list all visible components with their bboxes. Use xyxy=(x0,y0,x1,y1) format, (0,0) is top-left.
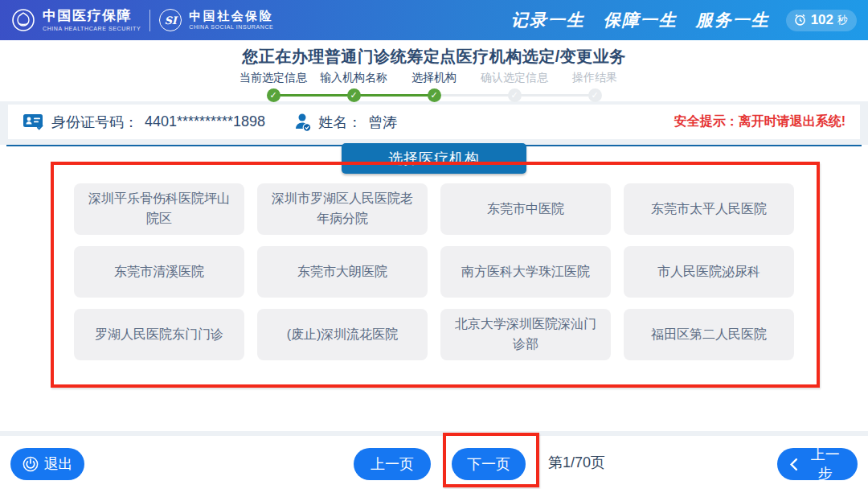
name-value: 曾涛 xyxy=(368,113,397,132)
prev-page-button[interactable]: 上一页 xyxy=(354,448,431,480)
hospital-option[interactable]: 东莞市中医院 xyxy=(440,183,611,235)
exit-button-label: 退出 xyxy=(44,454,73,474)
alarm-clock-icon xyxy=(793,13,807,27)
hospital-grid: 深圳平乐骨伤科医院坪山院区深圳市罗湖区人民医院老年病分院东莞市中医院东莞市太平人… xyxy=(74,183,794,360)
chevron-left-icon xyxy=(788,457,799,472)
hospital-option[interactable]: 深圳市罗湖区人民医院老年病分院 xyxy=(257,183,428,235)
id-number-field: 身份证号码： 4401**********1898 xyxy=(23,113,265,132)
step-done: 选择机构✓ xyxy=(394,70,474,102)
hospital-option[interactable]: 东莞市太平人民医院 xyxy=(624,183,794,235)
step-label: 确认选定信息 xyxy=(481,70,548,84)
step-todo: 操作结果✓ xyxy=(555,70,635,102)
app-header: 中国医疗保障 CHINA HEALTHCARE SECURITY SI 中国社会… xyxy=(0,0,868,40)
healthcare-logo-subtitle: CHINA HEALTHCARE SECURITY xyxy=(43,26,141,32)
hospital-option[interactable]: 南方医科大学珠江医院 xyxy=(440,246,611,298)
healthcare-security-logo-icon xyxy=(11,8,35,32)
back-step-button[interactable]: 上一步 xyxy=(777,448,858,480)
name-field: 姓名： 曾涛 xyxy=(294,113,397,132)
workflow-header: 您正在办理普通门诊统筹定点医疗机构选定/变更业务 当前选定信息✓输入机构名称✓选… xyxy=(0,40,868,101)
hospital-option[interactable]: 深圳平乐骨伤科医院坪山院区 xyxy=(74,183,244,235)
step-done: 当前选定信息✓ xyxy=(233,70,313,102)
timer-value: 102 xyxy=(811,12,833,28)
healthcare-security-logo: 中国医疗保障 CHINA HEALTHCARE SECURITY xyxy=(11,8,141,32)
step-label: 选择机构 xyxy=(411,70,457,84)
healthcare-logo-title: 中国医疗保障 xyxy=(43,9,141,24)
hospital-option[interactable]: 福田区第二人民医院 xyxy=(624,309,794,360)
timer-unit: 秒 xyxy=(837,13,848,27)
step-done: 输入机构名称✓ xyxy=(313,70,394,102)
next-page-label: 下一页 xyxy=(467,454,510,474)
section-tab: 选择医疗机构 xyxy=(342,143,526,174)
step-todo: 确认选定信息✓ xyxy=(474,70,555,102)
step-indicator: 当前选定信息✓输入机构名称✓选择机构✓确认选定信息✓操作结果✓ xyxy=(233,70,635,102)
page-indicator: 第1/70页 xyxy=(548,436,605,489)
social-insurance-logo-icon: SI xyxy=(159,9,182,31)
slogan-text: 记录一生 保障一生 服务一生 xyxy=(511,9,770,31)
step-label: 当前选定信息 xyxy=(240,70,307,84)
person-verified-icon xyxy=(294,113,312,132)
hospital-option[interactable]: (废止)深圳流花医院 xyxy=(257,309,428,360)
step-label: 操作结果 xyxy=(572,70,617,84)
footer-bar: 退出 上一页 下一页 第1/70页 上一步 xyxy=(0,436,868,489)
social-logo-title: 中国社会保险 xyxy=(189,10,273,23)
name-label: 姓名： xyxy=(318,113,362,132)
exit-button[interactable]: 退出 xyxy=(10,448,84,480)
session-timer-badge: 102 秒 xyxy=(786,10,857,31)
step-label: 输入机构名称 xyxy=(320,70,387,84)
prev-page-label: 上一页 xyxy=(371,454,414,474)
id-number-label: 身份证号码： xyxy=(51,113,138,132)
social-logo-subtitle: CHINA SOCIAL INSURANCE xyxy=(189,24,273,31)
hospital-option[interactable]: 北京大学深圳医院深汕门诊部 xyxy=(440,309,611,360)
hospital-option[interactable]: 东莞市大朗医院 xyxy=(257,246,428,298)
back-step-label: 上一步 xyxy=(805,445,846,483)
step-check-icon: ✓ xyxy=(347,88,361,102)
id-number-value: 4401**********1898 xyxy=(145,113,265,130)
id-card-icon xyxy=(23,113,45,131)
hospital-option[interactable]: 市人民医院泌尿科 xyxy=(624,246,794,298)
step-check-icon: ✓ xyxy=(508,88,522,102)
step-check-icon: ✓ xyxy=(428,88,441,102)
logo-divider xyxy=(149,10,150,31)
step-check-icon: ✓ xyxy=(267,88,280,102)
main-panel: 选择医疗机构 深圳平乐骨伤科医院坪山院区深圳市罗湖区人民医院老年病分院东莞市中医… xyxy=(0,145,868,431)
hospital-option[interactable]: 东莞市清溪医院 xyxy=(74,246,244,298)
social-insurance-logo: SI 中国社会保险 CHINA SOCIAL INSURANCE xyxy=(159,9,273,31)
next-page-button[interactable]: 下一页 xyxy=(452,448,526,480)
hospital-option[interactable]: 罗湖人民医院东门门诊 xyxy=(74,309,244,360)
step-check-icon: ✓ xyxy=(588,88,602,102)
page-title: 您正在办理普通门诊统筹定点医疗机构选定/变更业务 xyxy=(0,46,868,68)
security-tip: 安全提示：离开时请退出系统! xyxy=(674,113,845,130)
power-icon xyxy=(23,456,39,472)
user-info-bar: 身份证号码： 4401**********1898 姓名： 曾涛 安全提示：离开… xyxy=(8,105,860,139)
